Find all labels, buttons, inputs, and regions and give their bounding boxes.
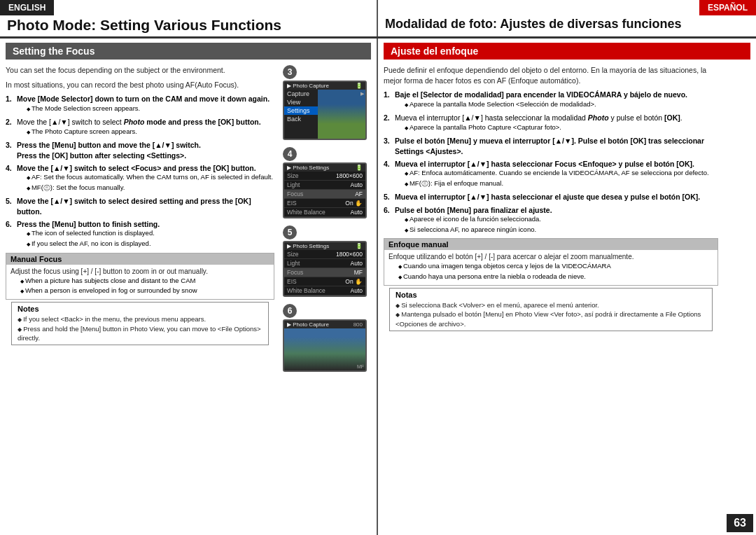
left-panel-inner: You can set the focus depending on the s…	[0, 62, 377, 535]
menu-view: View	[284, 98, 318, 106]
step-es-1-num: 1.	[384, 90, 392, 110]
step-2: 2. Move the [▲/▼] switch to select Photo…	[6, 117, 274, 137]
step-2-sub-1: The Photo Capture screen appears.	[17, 127, 261, 137]
step-2-content: Move the [▲/▼] switch to select Photo mo…	[17, 117, 261, 137]
left-text-section: You can set the focus depending on the s…	[0, 62, 280, 535]
cam-label-wb-4: White Balance	[287, 209, 326, 216]
cam-label-size-5: Size	[287, 251, 299, 258]
step-es-6-text: Pulse el botón [Menu] para finalizar el …	[395, 206, 552, 214]
intro-text-es: Puede definir el enfoque dependiendo del…	[384, 65, 718, 85]
screen-5-badge: 5	[283, 225, 297, 239]
step-es-3-num: 3.	[384, 136, 392, 155]
step-es-6-content: Pulse el botón [Menu] para finalizar el …	[395, 205, 552, 236]
step-es-1-text: Baje el [Selector de modalidad] para enc…	[395, 90, 687, 99]
step-5-content: Move the [▲/▼] switch to select desired …	[17, 196, 274, 216]
step-3: 3. Press the [Menu] button and move the …	[6, 140, 274, 160]
mf-bullet-1: When a picture has subjects close and di…	[10, 277, 270, 286]
cam-row-light-4: Light Auto	[284, 181, 365, 190]
cam-title-4: ▶ Photo Settings	[287, 165, 329, 171]
menu-settings: Settings	[284, 106, 318, 115]
step-3-text: Press the [Menu] button and move the [▲/…	[17, 141, 201, 159]
notes-text-en: If you select <Back> in the menu, the pr…	[18, 314, 262, 342]
step-es-1: 1. Baje el [Selector de modalidad] para …	[384, 90, 718, 110]
step-6-content: Press the [Menu] button to finish settin…	[17, 219, 160, 250]
cam-label-focus-5: Focus	[287, 269, 303, 276]
cam-overlay-3: ▶	[360, 91, 364, 97]
espanol-tab: ESPAÑOL	[699, 0, 756, 15]
screen-5: 5 ▶ Photo Settings 🔋 Size 1800×600	[283, 225, 374, 297]
notes-label-es: Notas	[396, 291, 706, 299]
cam-val-size-4: 1800×600	[336, 172, 363, 179]
cam-label-focus-4: Focus	[287, 190, 303, 197]
step-es-4-text: Mueva el interruptor [▲/▼] hasta selecci…	[395, 160, 694, 168]
step-3-num: 3.	[6, 140, 14, 160]
step-es-4-content: Mueva el interruptor [▲/▼] hasta selecci…	[395, 159, 709, 190]
cam-row-size-5: Size 1800×600	[284, 250, 365, 259]
step-es-3-text: Pulse el botón [Menu] y mueva el interru…	[395, 137, 704, 155]
intro-text-1: You can set the focus depending on the s…	[6, 65, 274, 76]
cam-val-size-5: 1800×600	[336, 251, 363, 258]
right-panel-inner: Puede definir el enfoque dependiendo del…	[378, 62, 756, 535]
step-es-2: 2. Mueva el interruptor [▲/▼] hasta sele…	[384, 113, 718, 133]
step-es-2-num: 2.	[384, 113, 392, 133]
cam-photo-6: MF	[284, 328, 365, 370]
step-4: 4. Move the [▲/▼] switch to select <Focu…	[6, 163, 274, 194]
step-2-text: Move the [▲/▼] switch to select Photo mo…	[17, 118, 261, 126]
step-es-2-content: Mueva el interruptor [▲/▼] hasta selecci…	[395, 113, 682, 133]
notes-box-en: Notes If you select <Back> in the menu, …	[11, 302, 269, 345]
step-es-6-sub-1: Aparece el icono de la función seleccion…	[395, 215, 552, 224]
intro-text-2: In most situations, you can record the b…	[6, 80, 274, 90]
cam-label-light-5: Light	[287, 260, 300, 267]
mf-es-bullet-1: Cuando una imagen tenga objetos cerca y …	[388, 262, 713, 271]
manual-focus-text-en: Adjust the focus using [+] / [-] button …	[10, 267, 270, 277]
cam-val-eis-5: On ✋	[345, 278, 363, 285]
cam-screen-4: ▶ Photo Settings 🔋 Size 1800×600 Light A…	[283, 162, 367, 218]
cam-header-5: ▶ Photo Settings 🔋	[284, 242, 365, 250]
cam-label-eis-4: EIS	[287, 200, 297, 207]
step-4-sub-2: MF(㊂): Set the focus manually.	[17, 183, 273, 193]
cam-header-3: ▶ Photo Capture 🔋	[284, 82, 365, 90]
lang-row-left: ENGLISH	[0, 0, 377, 15]
screens-section-left: 3 ▶ Photo Capture 🔋 Capture View Setti	[280, 62, 377, 535]
step-es-5-num: 5.	[384, 192, 392, 202]
cam-row-eis-4: EIS On ✋	[284, 199, 365, 208]
step-es-6-sub-2: Si selecciona AF, no aparece ningún icon…	[395, 225, 552, 235]
step-4-content: Move the [▲/▼] switch to select <Focus> …	[17, 163, 273, 194]
manual-focus-title-en: Manual Focus	[6, 253, 274, 265]
section-header-en: Setting the Focus	[6, 43, 371, 60]
menu-capture: Capture	[284, 90, 318, 98]
manual-focus-text-es: Enfoque utilizando el botón [+] / [-] pa…	[388, 252, 713, 262]
cam-val-light-5: Auto	[351, 260, 363, 267]
step-es-4-sub-2: MF(㊂): Fija el enfoque manual.	[395, 179, 709, 188]
page-num-container: 63	[724, 62, 756, 535]
cam-body-3: Capture View Settings Back ▶	[284, 90, 365, 139]
step-1: 1. Move [Mode Selector] down to turn on …	[6, 94, 274, 114]
notes-box-es: Notas Si selecciona Back <Volver> en el …	[389, 288, 713, 331]
step-1-sub-1: The Mode Selection screen appears.	[17, 104, 270, 113]
step-es-6: 6. Pulse el botón [Menu] para finalizar …	[384, 205, 718, 236]
page-number: 63	[727, 514, 753, 532]
step-6-text: Press the [Menu] button to finish settin…	[17, 220, 160, 228]
cam-title-5: ▶ Photo Settings	[287, 243, 329, 249]
cam-row-wb-4: White Balance Auto	[284, 208, 365, 217]
step-es-4: 4. Mueva el interruptor [▲/▼] hasta sele…	[384, 159, 718, 190]
cam-menu-3: Capture View Settings Back	[284, 90, 318, 139]
cam-status-3: 🔋	[356, 83, 363, 89]
cam-row-size-4: Size 1800×600	[284, 172, 365, 181]
cam-val-wb-4: Auto	[351, 209, 363, 216]
cam-label-size-4: Size	[287, 172, 299, 179]
step-es-1-sub: Aparece la pantalla Mode Selection <Sele…	[395, 100, 687, 109]
cam-row-light-5: Light Auto	[284, 259, 365, 268]
step-4-num: 4.	[6, 163, 14, 194]
right-panel: Ajuste del enfoque Puede definir el enfo…	[378, 39, 756, 535]
header-right: ESPAÑOL Modalidad de foto: Ajustes de di…	[378, 0, 756, 36]
screen-4-badge: 4	[283, 147, 297, 161]
step-2-num: 2.	[6, 117, 14, 137]
steps-list-en: 1. Move [Mode Selector] down to turn on …	[6, 94, 274, 249]
menu-back: Back	[284, 115, 318, 123]
cam-val-focus-4: AF	[355, 190, 363, 197]
cam-status-5: 🔋	[356, 243, 363, 249]
screen-3-badge: 3	[283, 65, 297, 79]
cam-label-light-4: Light	[287, 181, 300, 188]
step-6-num: 6.	[6, 219, 14, 250]
